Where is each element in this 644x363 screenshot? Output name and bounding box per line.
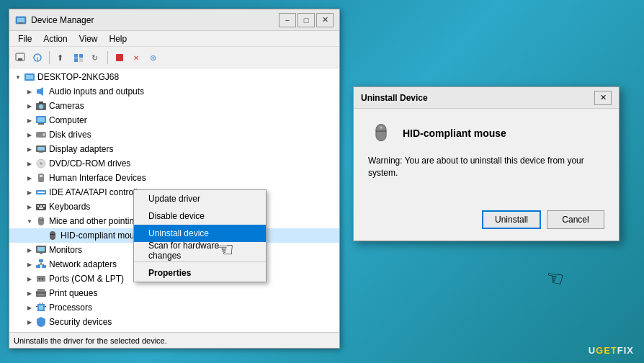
uninstall-dialog: Uninstall Device ✕ HID-compliant mouse W… <box>353 86 620 241</box>
tree-item-security[interactable]: ▶ Security devices <box>9 315 339 329</box>
svg-rect-50 <box>39 259 43 262</box>
dm-titlebar: Device Manager − □ ✕ <box>9 9 339 31</box>
svg-rect-22 <box>39 102 43 104</box>
icon-ide <box>35 187 47 198</box>
svg-rect-56 <box>37 276 45 282</box>
svg-rect-17 <box>26 75 33 79</box>
dm-menubar: File Action View Help <box>9 31 339 47</box>
tree-item-print[interactable]: ▶ Print queues <box>9 286 339 300</box>
label-computer: Computer <box>49 115 87 125</box>
label-hid: Human Interface Devices <box>49 173 146 183</box>
label-hid-mouse: HID-compliant mouse <box>61 230 143 241</box>
toolbar-btn-1[interactable] <box>12 50 28 66</box>
svg-point-86 <box>380 126 383 129</box>
icon-disk <box>35 129 47 140</box>
toolbar-btn-2[interactable]: i <box>30 50 45 66</box>
label-keyboards: Keyboards <box>49 202 90 212</box>
svg-rect-67 <box>42 302 43 304</box>
icon-network <box>35 259 47 270</box>
ctx-disable-device[interactable]: Disable device <box>134 207 266 225</box>
svg-point-32 <box>40 162 43 165</box>
uninstall-button[interactable]: Uninstall <box>482 210 541 229</box>
dialog-mouse-icon <box>368 120 394 146</box>
arrow-hid: ▶ <box>24 172 35 184</box>
tree-item-cameras[interactable]: ▶ Cameras <box>9 99 339 113</box>
label-audio: Audio inputs and outputs <box>49 86 144 97</box>
root-icon <box>24 71 35 83</box>
svg-rect-18 <box>37 89 40 94</box>
tree-root-item[interactable]: ▼ DESKTOP-2NKGJ68 <box>9 70 339 84</box>
cancel-button[interactable]: Cancel <box>547 210 604 229</box>
arrow-network: ▶ <box>24 259 35 270</box>
label-monitors: Monitors <box>49 245 82 255</box>
tree-item-display[interactable]: ▶ Display adapters <box>9 142 339 156</box>
svg-rect-2 <box>19 22 23 24</box>
svg-line-55 <box>41 264 44 265</box>
dialog-close-button[interactable]: ✕ <box>594 91 612 105</box>
toolbar-btn-expand[interactable]: ⊕ <box>146 50 162 66</box>
svg-point-44 <box>40 218 42 219</box>
label-security: Security devices <box>49 317 112 327</box>
arrow-monitors: ▶ <box>24 244 35 256</box>
svg-rect-59 <box>36 291 46 297</box>
svg-rect-40 <box>43 205 45 207</box>
menu-file[interactable]: File <box>12 32 37 45</box>
svg-rect-38 <box>37 205 39 207</box>
toolbar-btn-3[interactable]: ⬆ <box>53 50 69 66</box>
label-cameras: Cameras <box>49 101 84 111</box>
svg-rect-9 <box>79 54 83 58</box>
svg-rect-34 <box>40 175 43 177</box>
root-arrow: ▼ <box>12 71 24 83</box>
arrow-dvd: ▶ <box>24 158 35 169</box>
toolbar-sep-2 <box>107 51 108 64</box>
tree-item-audio[interactable]: ▶ Audio inputs and outputs <box>9 84 339 99</box>
svg-marker-19 <box>40 87 43 96</box>
titlebar-buttons: − □ ✕ <box>279 13 334 27</box>
svg-rect-39 <box>40 205 42 207</box>
svg-rect-61 <box>37 295 45 295</box>
arrow-ports: ▶ <box>24 273 35 284</box>
tree-item-computer[interactable]: ▶ Computer <box>9 113 339 127</box>
arrow-keyboards: ▶ <box>24 201 35 212</box>
tree-item-dvd[interactable]: ▶ DVD/CD-ROM drives <box>9 156 339 171</box>
label-disk: Disk drives <box>49 130 91 140</box>
svg-rect-65 <box>45 306 46 307</box>
ctx-properties[interactable]: Properties <box>134 264 266 282</box>
svg-rect-41 <box>39 207 43 209</box>
menu-action[interactable]: Action <box>37 32 73 45</box>
svg-rect-29 <box>37 147 45 151</box>
ctx-separator <box>134 261 266 262</box>
icon-print <box>35 287 47 299</box>
dialog-titlebar: Uninstall Device ✕ <box>354 87 619 109</box>
ctx-scan-hardware[interactable]: Scan for hardware changes <box>134 242 266 259</box>
arrow-audio: ▶ <box>24 86 35 97</box>
menu-view[interactable]: View <box>73 32 104 45</box>
svg-rect-25 <box>38 123 44 125</box>
icon-hid-mouse <box>47 230 58 241</box>
minimize-button[interactable]: − <box>279 13 296 27</box>
label-processors: Processors <box>49 302 92 313</box>
svg-rect-33 <box>38 174 44 182</box>
svg-text:i: i <box>37 55 38 62</box>
icon-monitors <box>35 244 47 256</box>
close-button[interactable]: ✕ <box>316 13 334 27</box>
toolbar-btn-x[interactable]: ✕ <box>129 50 145 66</box>
label-print: Print queues <box>49 288 97 298</box>
maximize-button[interactable]: □ <box>298 13 315 27</box>
svg-point-57 <box>39 278 40 279</box>
tree-item-hid[interactable]: ▶ Human Interface Devices <box>9 171 339 185</box>
toolbar-btn-5[interactable]: ↻ <box>88 50 104 66</box>
ctx-uninstall-device[interactable]: Uninstall device <box>134 225 266 242</box>
tree-item-disk[interactable]: ▶ Disk drives <box>9 127 339 142</box>
toolbar-btn-4[interactable] <box>71 50 86 66</box>
svg-rect-11 <box>79 58 83 62</box>
toolbar-btn-stop[interactable] <box>112 50 128 66</box>
svg-line-54 <box>38 264 41 265</box>
svg-rect-66 <box>40 302 40 304</box>
svg-rect-13 <box>116 54 123 61</box>
tree-item-processors[interactable]: ▶ Processors <box>9 300 339 315</box>
icon-computer <box>35 115 47 126</box>
menu-help[interactable]: Help <box>104 32 133 45</box>
svg-rect-60 <box>37 289 45 292</box>
ctx-update-driver[interactable]: Update driver <box>134 190 266 207</box>
